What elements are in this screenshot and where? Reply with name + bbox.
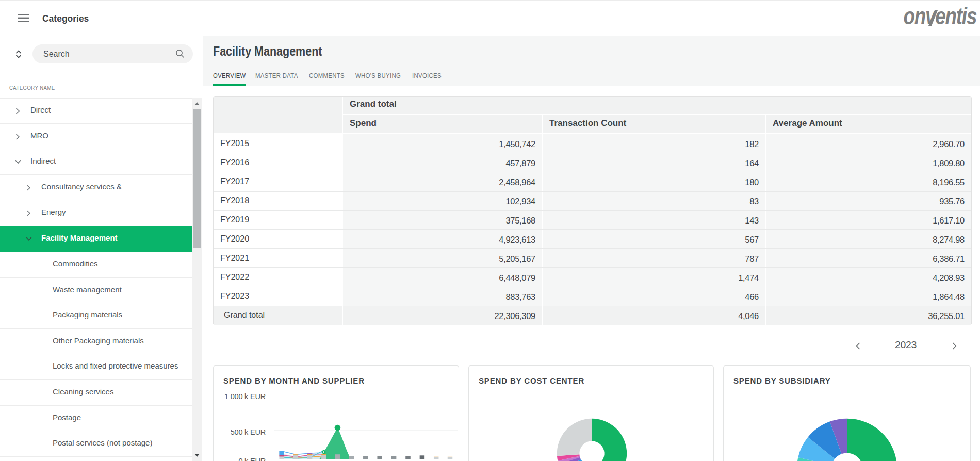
- svg-text:500 k EUR: 500 k EUR: [231, 428, 266, 436]
- svg-text:0 k EUR: 0 k EUR: [238, 457, 266, 461]
- svg-text:1 000 k EUR: 1 000 k EUR: [224, 392, 266, 401]
